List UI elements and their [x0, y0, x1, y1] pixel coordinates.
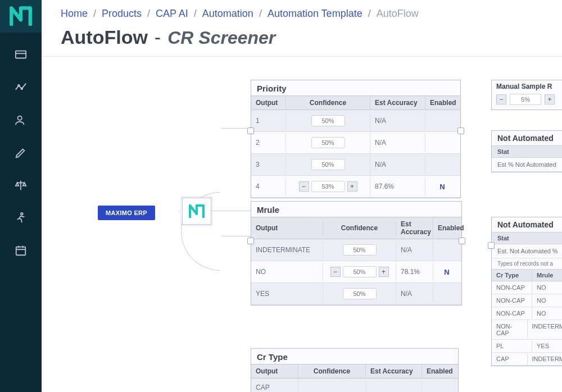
col-enabled[interactable]: Enabled	[422, 364, 456, 378]
table-row[interactable]: INDETERMINATE 50% N/A	[251, 239, 461, 261]
crumb-products[interactable]: Products	[102, 8, 142, 20]
cell-confidence[interactable]: 50%	[323, 283, 396, 304]
table-row[interactable]: 3 50% N/A	[251, 154, 460, 176]
col-output[interactable]: Output	[251, 96, 286, 110]
cell-enabled[interactable]: N	[433, 263, 460, 281]
col-confidence[interactable]: Confidence	[286, 96, 370, 110]
cell-confidence[interactable]	[298, 382, 366, 392]
manual-sample-value[interactable]: 5%	[510, 94, 541, 105]
cell-accuracy: 78.1%	[396, 263, 433, 281]
cell-confidence[interactable]: − 53% +	[286, 176, 370, 197]
edit-icon[interactable]	[13, 146, 29, 159]
col-enabled[interactable]: Enabled	[433, 221, 460, 235]
cell-confidence[interactable]: 50%	[286, 132, 370, 153]
cell-confidence[interactable]: − 50% +	[323, 261, 396, 282]
cell-accuracy	[366, 382, 422, 392]
priority-title: Priority	[251, 80, 460, 95]
notauto-row: Est. Not Automated %	[492, 244, 562, 258]
cell-confidence[interactable]: 50%	[286, 154, 370, 175]
crumb-sep: /	[259, 8, 262, 20]
table-row[interactable]: 2 50% N/A	[251, 132, 460, 154]
table-row[interactable]: 4 − 53% + 87.6% N	[251, 176, 460, 198]
cell-enabled[interactable]	[425, 116, 459, 126]
crtype-header: Output Confidence Est Accuracy Enabled	[251, 364, 458, 379]
node-handle[interactable]	[247, 127, 254, 134]
cell-enabled[interactable]	[433, 289, 460, 299]
not-automated-node-1[interactable]: Not Automated Stat Est % Not Automated	[491, 130, 562, 172]
dashboard-icon[interactable]	[13, 48, 29, 62]
col-accuracy[interactable]: Est Accuracy	[366, 364, 422, 378]
cell-confidence[interactable]: 50%	[286, 110, 370, 131]
step-up-button[interactable]: +	[347, 181, 357, 192]
cell-enabled[interactable]: N	[425, 177, 459, 196]
manual-sample-title: Manual Sample R	[496, 83, 562, 90]
table-row[interactable]: NO − 50% + 78.1% N	[251, 261, 461, 283]
calendar-icon[interactable]	[13, 244, 29, 257]
main-area: Home/ Products/ CAP AI/ Automation/ Auto…	[42, 0, 562, 392]
enabled-flag: N	[439, 183, 445, 191]
crtype-node[interactable]: Cr Type Output Confidence Est Accuracy E…	[251, 348, 459, 392]
list-col-mrule[interactable]: Mrule	[532, 270, 562, 281]
mrule-node[interactable]: Mrule Output Confidence Est Accuracy Ena…	[251, 201, 462, 306]
analytics-icon[interactable]	[13, 81, 29, 94]
col-accuracy[interactable]: Est Accuracy	[396, 217, 433, 239]
list-col-crtype[interactable]: Cr Type	[492, 270, 532, 281]
crumb-template[interactable]: Automation Template	[268, 8, 362, 20]
col-enabled[interactable]: Enabled	[425, 96, 459, 110]
step-up-button[interactable]: +	[379, 267, 389, 277]
confidence-stepper[interactable]: − 50% +	[330, 266, 389, 277]
col-confidence[interactable]: Confidence	[298, 364, 366, 378]
source-chip-label: MAXIMO ERP	[106, 209, 147, 216]
svg-rect-0	[16, 51, 26, 58]
crumb-home[interactable]: Home	[61, 8, 88, 20]
app-logo[interactable]	[0, 0, 42, 33]
not-automated-node-2[interactable]: Not Automated Stat Est. Not Automated % …	[491, 217, 562, 366]
manual-sample-controls: − 5% +	[496, 94, 562, 105]
table-row[interactable]: CAP	[251, 379, 458, 392]
crumb-sep: /	[194, 8, 197, 20]
cell-output: NO	[251, 263, 323, 281]
notauto-row: Est % Not Automated	[492, 158, 562, 172]
cell-output: 1	[251, 112, 286, 130]
node-handle[interactable]	[457, 127, 464, 134]
source-chip[interactable]: MAXIMO ERP	[98, 206, 155, 220]
table-row[interactable]: 1 50% N/A	[251, 110, 460, 132]
users-icon[interactable]	[13, 113, 29, 127]
col-output[interactable]: Output	[251, 221, 323, 235]
cell-enabled[interactable]	[425, 159, 459, 170]
cell-enabled[interactable]	[425, 138, 459, 148]
step-down-button[interactable]: −	[330, 267, 341, 277]
flow-canvas[interactable]: MAXIMO ERP Priority Output Confidence Es…	[42, 67, 562, 392]
mrule-title: Mrule	[251, 202, 461, 217]
cell-enabled[interactable]	[422, 382, 456, 392]
cell-confidence[interactable]: 50%	[323, 239, 396, 261]
crumb-capai[interactable]: CAP AI	[156, 8, 188, 20]
confidence-stepper[interactable]: − 53% +	[299, 181, 357, 192]
manual-sample-node[interactable]: Manual Sample R − 5% +	[491, 80, 562, 110]
mrule-header: Output Confidence Est Accuracy Enabled	[251, 217, 461, 239]
runner-icon[interactable]	[13, 211, 29, 225]
step-down-button[interactable]: −	[299, 181, 309, 192]
cell-output: INDETERMINATE	[251, 241, 323, 259]
col-output[interactable]: Output	[251, 364, 298, 378]
crumb-automation[interactable]: Automation	[202, 8, 253, 20]
node-handle[interactable]	[459, 238, 465, 244]
step-up-button[interactable]: +	[545, 94, 555, 104]
confidence-value: 50%	[343, 288, 377, 299]
page-title: AutoFlow - CR Screener	[42, 23, 562, 57]
cell-enabled[interactable]	[433, 245, 460, 255]
cell-accuracy: N/A	[396, 285, 433, 303]
list-cell: NON-CAP	[492, 320, 528, 339]
table-row[interactable]: YES 50% N/A	[251, 283, 461, 305]
col-confidence[interactable]: Confidence	[323, 221, 396, 235]
model-node[interactable]	[182, 198, 211, 225]
confidence-value: 50%	[311, 159, 345, 170]
col-accuracy[interactable]: Est Accuracy	[370, 96, 425, 110]
cell-accuracy: N/A	[370, 112, 425, 130]
priority-node[interactable]: Priority Output Confidence Est Accuracy …	[251, 80, 461, 198]
step-down-button[interactable]: −	[496, 94, 506, 104]
node-handle[interactable]	[488, 242, 495, 249]
balance-icon[interactable]	[13, 179, 29, 192]
node-handle[interactable]	[247, 238, 254, 244]
notauto-caption: Types of records not a	[492, 258, 562, 269]
